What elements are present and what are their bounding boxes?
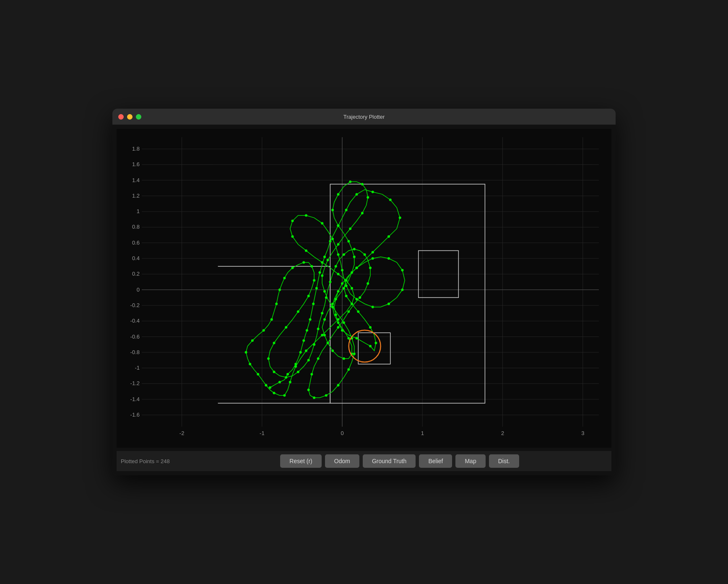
- bottom-bar: Plotted Points = 248 Reset (r) Odom Grou…: [117, 451, 611, 471]
- reset-button[interactable]: Reset (r): [280, 454, 321, 468]
- dist-button[interactable]: Dist.: [489, 454, 519, 468]
- traffic-lights: [118, 114, 141, 120]
- odom-button[interactable]: Odom: [325, 454, 359, 468]
- titlebar: Trajectory Plotter: [112, 109, 616, 125]
- belief-button[interactable]: Belief: [419, 454, 452, 468]
- minimize-button[interactable]: [127, 114, 133, 120]
- maximize-button[interactable]: [136, 114, 141, 120]
- points-label: Plotted Points = 248: [121, 458, 188, 464]
- plot-area[interactable]: [117, 129, 611, 448]
- close-button[interactable]: [118, 114, 124, 120]
- ground-truth-button[interactable]: Ground Truth: [363, 454, 416, 468]
- trajectory-canvas[interactable]: [117, 129, 611, 448]
- main-content: Plotted Points = 248 Reset (r) Odom Grou…: [112, 125, 616, 475]
- window-title: Trajectory Plotter: [343, 114, 385, 120]
- button-group: Reset (r) Odom Ground Truth Belief Map D…: [192, 454, 607, 468]
- map-button[interactable]: Map: [455, 454, 485, 468]
- app-window: Trajectory Plotter Plotted Points = 248 …: [112, 109, 616, 475]
